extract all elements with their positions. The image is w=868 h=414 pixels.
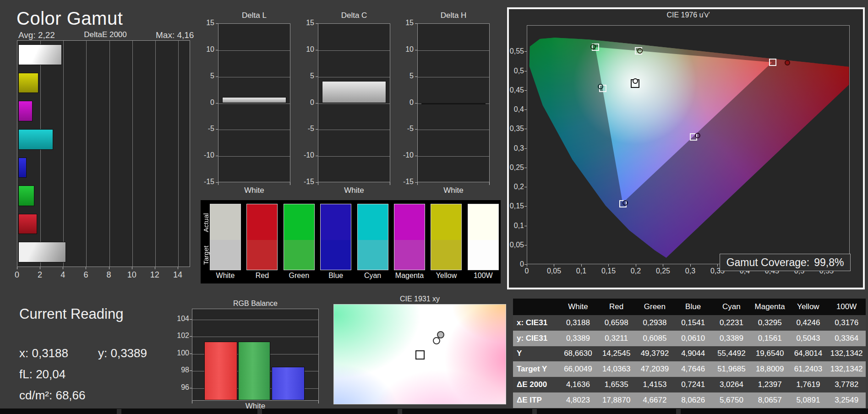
cie1976-y-tickmark <box>524 168 527 168</box>
bottom-bar-divider <box>532 409 537 414</box>
delta-y-tick: -10 <box>197 151 214 159</box>
delta-y-tick: -15 <box>396 178 414 186</box>
delta-axis-end-tick <box>489 182 490 185</box>
delta-y-tickmark <box>415 129 417 130</box>
table-cell: 68,6630 <box>559 346 597 362</box>
table-row: ΔE 20004,16361,65351,41530,72413,02641,2… <box>513 377 866 392</box>
delta-h-title: Delta H <box>417 11 490 20</box>
rgb-y-tick: 96 <box>171 383 189 392</box>
swatch-target-white <box>210 240 240 270</box>
delta-gridline <box>318 104 390 104</box>
delta-gridline <box>218 156 290 157</box>
delta-bar-zero <box>421 103 486 104</box>
swatch-cyan <box>357 204 388 270</box>
swatch-target-blue <box>321 240 351 270</box>
reading-cdm2: cd/m²: 68,66 <box>19 388 86 403</box>
cie1976-measured-yellow <box>637 48 643 54</box>
delta-y-tickmark <box>316 76 318 77</box>
deltae-bar-blue <box>18 158 27 178</box>
table-cell: 4,7646 <box>674 361 712 377</box>
delta-h-xlabel: White <box>417 186 490 195</box>
table-cell: 14,0363 <box>597 361 636 377</box>
cie1976-x-tickmark <box>527 264 527 267</box>
cie1976-x-tickmark <box>608 264 609 267</box>
table-cell: 1,4153 <box>636 377 674 392</box>
delta-y-tickmark <box>216 156 218 156</box>
table-row-label: ΔE 2000 <box>513 377 559 392</box>
table-cell: 3,0264 <box>712 377 751 392</box>
rgb-y-tick: 104 <box>171 315 189 323</box>
cie1976-y-tickmark <box>524 129 527 129</box>
table-col-header-100w: 100W <box>827 299 866 315</box>
delta-y-tick: 5 <box>396 72 414 80</box>
swatch-actual-label: Actual <box>202 204 210 241</box>
swatch-label: White <box>210 272 241 280</box>
cie1976-y-tickmark <box>524 264 527 265</box>
swatch-label: Green <box>284 272 315 280</box>
cie1976-x-tickmark <box>690 264 691 267</box>
table-cell: 132,1342 <box>827 361 866 377</box>
table-col-header-cyan: Cyan <box>712 299 751 315</box>
cie1976-y-tick: 0,2 <box>506 183 524 191</box>
cie1976-locus <box>527 26 849 264</box>
delta-y-tick: 5 <box>297 72 314 80</box>
table-cell: 8,0657 <box>751 392 789 408</box>
deltae-gridline <box>155 41 156 267</box>
deltae-x-tickmark <box>63 267 63 269</box>
swatch-label: 100W <box>468 272 499 280</box>
table-cell: 132,1342 <box>827 346 866 362</box>
table-cell: 0,6085 <box>636 331 674 346</box>
swatch-target-red <box>247 240 277 270</box>
table-cell: 0,3211 <box>597 331 636 346</box>
deltae-gridline <box>109 41 110 267</box>
table-cell: 0,1561 <box>751 331 789 346</box>
deltae-x-tick: 2 <box>33 270 47 280</box>
table-cell: 1,7619 <box>789 377 828 392</box>
rgb-bar-red <box>204 342 237 400</box>
delta-y-tickmark <box>216 23 218 24</box>
cie1976-x-tickmark <box>663 264 663 267</box>
swatch-blue <box>320 204 351 270</box>
delta-gridline <box>318 50 390 51</box>
deltae-bar-white <box>18 242 66 262</box>
delta-y-tick: 15 <box>197 19 214 27</box>
table-cell: 4,8023 <box>559 392 597 408</box>
table-cell: 14,2545 <box>597 346 636 362</box>
rgb-balance-title: RGB Balance <box>192 300 319 308</box>
delta-axis-end-tick <box>417 182 418 185</box>
delta-gridline <box>218 50 290 51</box>
table-row-label: Target Y <box>513 361 559 377</box>
cie1976-y-tickmark <box>524 226 527 226</box>
cie1931-circle-filled <box>437 331 444 338</box>
cie1976-y-tickmark <box>524 109 527 110</box>
cie1976-y-tickmark <box>524 90 527 91</box>
gamut-coverage-value: 99,8% <box>814 256 844 269</box>
cie1976-x-tickmark <box>554 264 554 267</box>
cie1976-y-tick: 0,4 <box>506 105 524 114</box>
bottom-bar-divider <box>676 409 681 414</box>
table-col-header-yellow: Yellow <box>789 299 828 315</box>
cie1976-y-tickmark <box>524 71 527 71</box>
delta-y-tick: 10 <box>297 45 314 54</box>
table-cell: 0,4246 <box>789 315 828 331</box>
gamut-coverage-box: Gamut Coverage: 99,8% <box>720 254 851 271</box>
swatch-actual-white <box>210 204 240 240</box>
delta-y-tick: 15 <box>396 19 414 27</box>
delta-y-tick: 0 <box>297 98 314 107</box>
deltae-gridline <box>40 41 41 267</box>
table-cell: 4,9044 <box>674 346 712 362</box>
swatch-label: Magenta <box>394 272 425 280</box>
delta-gridline <box>218 130 290 130</box>
deltae-x-tickmark <box>132 267 132 269</box>
rgb-y-tickmark <box>190 319 192 320</box>
table-col-header-red: Red <box>597 299 636 315</box>
deltae-gridline <box>86 41 87 267</box>
table-cell: 1,2397 <box>751 377 789 392</box>
delta-gridline <box>318 156 390 157</box>
cie1976-x-tick: 0,2 <box>625 267 647 275</box>
delta-y-tickmark <box>316 129 318 130</box>
swatch-label: Yellow <box>431 272 462 280</box>
bottom-bar-divider <box>257 409 262 414</box>
table-row-label: ΔE ITP <box>513 392 559 408</box>
delta-axis-end-tick <box>318 182 318 185</box>
